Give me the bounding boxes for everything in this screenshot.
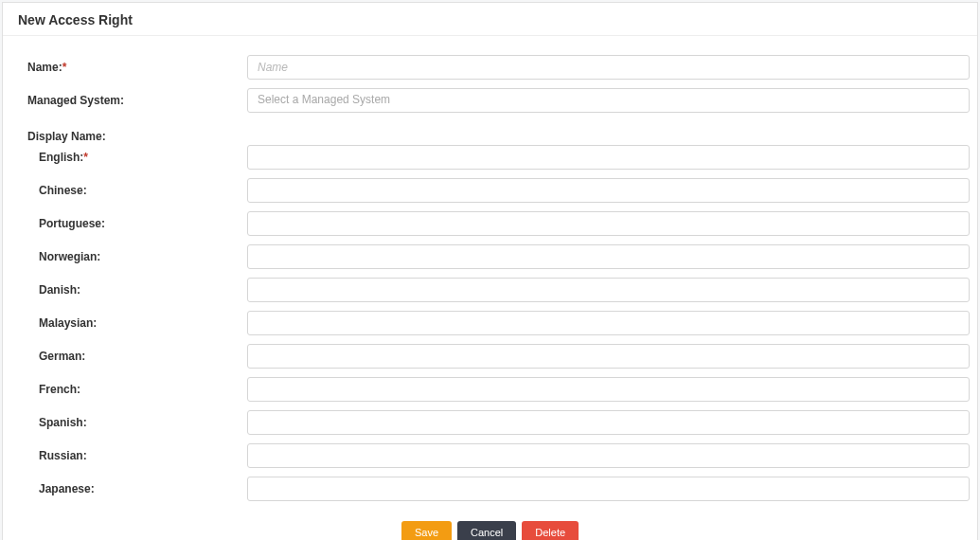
english-field[interactable] — [247, 145, 970, 170]
row-english: English:* — [10, 145, 970, 170]
row-malaysian: Malaysian: — [10, 311, 970, 335]
save-button[interactable]: Save — [401, 521, 452, 540]
row-japanese: Japanese: — [10, 477, 970, 501]
row-portuguese: Portuguese: — [10, 211, 970, 236]
name-field[interactable] — [247, 55, 970, 80]
label-norwegian: Norwegian: — [10, 250, 247, 263]
row-russian: Russian: — [10, 443, 970, 468]
label-malaysian: Malaysian: — [10, 316, 247, 330]
spanish-field[interactable] — [247, 410, 970, 435]
managed-system-select[interactable]: Select a Managed System — [247, 88, 970, 113]
row-norwegian: Norwegian: — [10, 244, 970, 269]
new-access-right-panel: New Access Right Name:* Managed System: … — [2, 2, 978, 540]
label-japanese: Japanese: — [10, 482, 247, 495]
label-display-name-section: Display Name: — [10, 130, 247, 143]
row-managed-system: Managed System: Select a Managed System — [10, 88, 970, 113]
page-title: New Access Right — [18, 12, 962, 27]
label-german: German: — [10, 350, 247, 363]
row-danish: Danish: — [10, 278, 970, 302]
portuguese-field[interactable] — [247, 211, 970, 236]
cancel-button[interactable]: Cancel — [457, 521, 516, 540]
label-danish: Danish: — [10, 283, 247, 297]
label-portuguese: Portuguese: — [10, 217, 247, 230]
required-marker: * — [62, 61, 67, 74]
norwegian-field[interactable] — [247, 244, 970, 269]
label-russian: Russian: — [10, 449, 247, 462]
button-row: Save Cancel Delete — [10, 510, 970, 540]
chinese-field[interactable] — [247, 178, 970, 203]
label-name-text: Name: — [27, 61, 62, 74]
row-french: French: — [10, 377, 970, 402]
malaysian-field[interactable] — [247, 311, 970, 335]
row-name: Name:* — [10, 55, 970, 80]
input-col-managed-system: Select a Managed System — [247, 88, 970, 113]
panel-header: New Access Right — [3, 3, 977, 36]
danish-field[interactable] — [247, 278, 970, 302]
row-german: German: — [10, 344, 970, 369]
russian-field[interactable] — [247, 443, 970, 468]
delete-button[interactable]: Delete — [522, 521, 579, 540]
japanese-field[interactable] — [247, 477, 970, 501]
input-col-name — [247, 55, 970, 80]
label-name: Name:* — [10, 61, 247, 74]
label-managed-system: Managed System: — [10, 94, 247, 107]
label-english: English:* — [10, 151, 247, 164]
row-spanish: Spanish: — [10, 410, 970, 435]
required-marker: * — [83, 151, 88, 164]
label-english-text: English: — [39, 151, 83, 164]
german-field[interactable] — [247, 344, 970, 369]
row-display-name-section: Display Name: — [10, 130, 970, 143]
label-chinese: Chinese: — [10, 184, 247, 197]
french-field[interactable] — [247, 377, 970, 402]
form-area: Name:* Managed System: Select a Managed … — [3, 36, 977, 540]
label-french: French: — [10, 383, 247, 396]
label-spanish: Spanish: — [10, 416, 247, 429]
row-chinese: Chinese: — [10, 178, 970, 203]
